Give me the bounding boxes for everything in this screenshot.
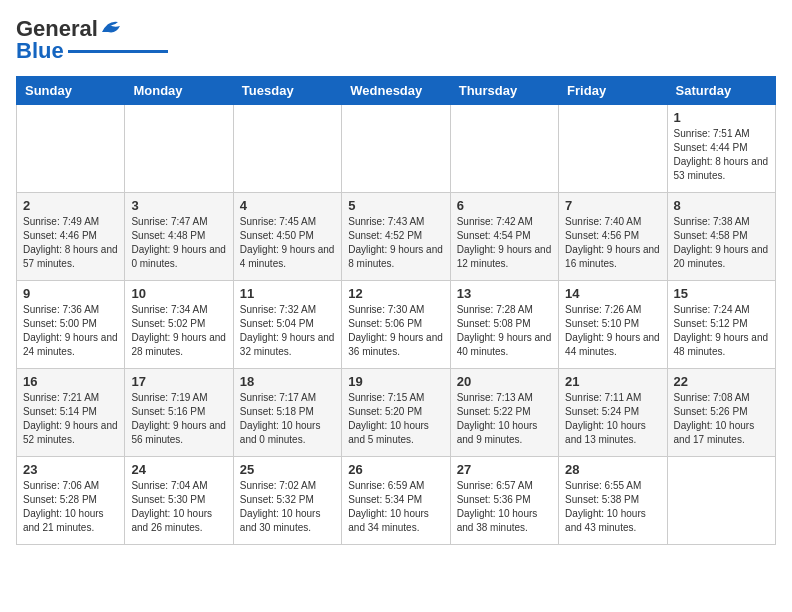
day-number: 7 [565, 198, 660, 213]
day-number: 13 [457, 286, 552, 301]
day-info: Sunrise: 6:59 AM Sunset: 5:34 PM Dayligh… [348, 479, 443, 535]
day-header-tuesday: Tuesday [233, 77, 341, 105]
day-info: Sunrise: 7:15 AM Sunset: 5:20 PM Dayligh… [348, 391, 443, 447]
calendar-cell: 16Sunrise: 7:21 AM Sunset: 5:14 PM Dayli… [17, 369, 125, 457]
day-info: Sunrise: 7:32 AM Sunset: 5:04 PM Dayligh… [240, 303, 335, 359]
day-number: 11 [240, 286, 335, 301]
calendar-cell: 15Sunrise: 7:24 AM Sunset: 5:12 PM Dayli… [667, 281, 775, 369]
day-header-sunday: Sunday [17, 77, 125, 105]
day-number: 17 [131, 374, 226, 389]
calendar-week-row: 1Sunrise: 7:51 AM Sunset: 4:44 PM Daylig… [17, 105, 776, 193]
day-info: Sunrise: 7:26 AM Sunset: 5:10 PM Dayligh… [565, 303, 660, 359]
calendar-cell: 12Sunrise: 7:30 AM Sunset: 5:06 PM Dayli… [342, 281, 450, 369]
calendar-cell [17, 105, 125, 193]
day-number: 26 [348, 462, 443, 477]
calendar-cell: 18Sunrise: 7:17 AM Sunset: 5:18 PM Dayli… [233, 369, 341, 457]
day-info: Sunrise: 7:30 AM Sunset: 5:06 PM Dayligh… [348, 303, 443, 359]
calendar-header-row: SundayMondayTuesdayWednesdayThursdayFrid… [17, 77, 776, 105]
calendar-cell: 7Sunrise: 7:40 AM Sunset: 4:56 PM Daylig… [559, 193, 667, 281]
day-number: 16 [23, 374, 118, 389]
day-number: 21 [565, 374, 660, 389]
day-info: Sunrise: 7:38 AM Sunset: 4:58 PM Dayligh… [674, 215, 769, 271]
day-number: 5 [348, 198, 443, 213]
day-info: Sunrise: 7:21 AM Sunset: 5:14 PM Dayligh… [23, 391, 118, 447]
day-info: Sunrise: 7:06 AM Sunset: 5:28 PM Dayligh… [23, 479, 118, 535]
calendar-cell: 27Sunrise: 6:57 AM Sunset: 5:36 PM Dayli… [450, 457, 558, 545]
calendar-week-row: 9Sunrise: 7:36 AM Sunset: 5:00 PM Daylig… [17, 281, 776, 369]
logo: General Blue [16, 16, 168, 64]
day-info: Sunrise: 7:45 AM Sunset: 4:50 PM Dayligh… [240, 215, 335, 271]
day-number: 4 [240, 198, 335, 213]
calendar-table: SundayMondayTuesdayWednesdayThursdayFrid… [16, 76, 776, 545]
calendar-cell: 5Sunrise: 7:43 AM Sunset: 4:52 PM Daylig… [342, 193, 450, 281]
day-number: 24 [131, 462, 226, 477]
day-number: 1 [674, 110, 769, 125]
calendar-cell: 4Sunrise: 7:45 AM Sunset: 4:50 PM Daylig… [233, 193, 341, 281]
day-info: Sunrise: 7:49 AM Sunset: 4:46 PM Dayligh… [23, 215, 118, 271]
page-header: General Blue [16, 16, 776, 64]
day-info: Sunrise: 7:17 AM Sunset: 5:18 PM Dayligh… [240, 391, 335, 447]
day-info: Sunrise: 7:11 AM Sunset: 5:24 PM Dayligh… [565, 391, 660, 447]
calendar-cell: 8Sunrise: 7:38 AM Sunset: 4:58 PM Daylig… [667, 193, 775, 281]
day-number: 3 [131, 198, 226, 213]
calendar-cell: 21Sunrise: 7:11 AM Sunset: 5:24 PM Dayli… [559, 369, 667, 457]
day-number: 6 [457, 198, 552, 213]
day-info: Sunrise: 7:51 AM Sunset: 4:44 PM Dayligh… [674, 127, 769, 183]
calendar-cell: 25Sunrise: 7:02 AM Sunset: 5:32 PM Dayli… [233, 457, 341, 545]
calendar-cell: 20Sunrise: 7:13 AM Sunset: 5:22 PM Dayli… [450, 369, 558, 457]
day-info: Sunrise: 7:24 AM Sunset: 5:12 PM Dayligh… [674, 303, 769, 359]
day-info: Sunrise: 7:36 AM Sunset: 5:00 PM Dayligh… [23, 303, 118, 359]
logo-bird-icon [100, 18, 122, 36]
day-info: Sunrise: 7:42 AM Sunset: 4:54 PM Dayligh… [457, 215, 552, 271]
calendar-cell: 9Sunrise: 7:36 AM Sunset: 5:00 PM Daylig… [17, 281, 125, 369]
day-number: 19 [348, 374, 443, 389]
calendar-cell: 2Sunrise: 7:49 AM Sunset: 4:46 PM Daylig… [17, 193, 125, 281]
calendar-cell: 28Sunrise: 6:55 AM Sunset: 5:38 PM Dayli… [559, 457, 667, 545]
day-header-friday: Friday [559, 77, 667, 105]
calendar-cell [667, 457, 775, 545]
day-number: 10 [131, 286, 226, 301]
day-info: Sunrise: 7:40 AM Sunset: 4:56 PM Dayligh… [565, 215, 660, 271]
calendar-cell: 23Sunrise: 7:06 AM Sunset: 5:28 PM Dayli… [17, 457, 125, 545]
day-number: 28 [565, 462, 660, 477]
day-info: Sunrise: 7:08 AM Sunset: 5:26 PM Dayligh… [674, 391, 769, 447]
calendar-cell: 1Sunrise: 7:51 AM Sunset: 4:44 PM Daylig… [667, 105, 775, 193]
calendar-cell [125, 105, 233, 193]
day-info: Sunrise: 7:47 AM Sunset: 4:48 PM Dayligh… [131, 215, 226, 271]
day-header-saturday: Saturday [667, 77, 775, 105]
calendar-cell: 19Sunrise: 7:15 AM Sunset: 5:20 PM Dayli… [342, 369, 450, 457]
calendar-cell: 14Sunrise: 7:26 AM Sunset: 5:10 PM Dayli… [559, 281, 667, 369]
day-info: Sunrise: 6:57 AM Sunset: 5:36 PM Dayligh… [457, 479, 552, 535]
calendar-cell [450, 105, 558, 193]
day-info: Sunrise: 7:04 AM Sunset: 5:30 PM Dayligh… [131, 479, 226, 535]
day-number: 22 [674, 374, 769, 389]
day-number: 15 [674, 286, 769, 301]
day-number: 9 [23, 286, 118, 301]
day-number: 2 [23, 198, 118, 213]
day-number: 8 [674, 198, 769, 213]
day-number: 27 [457, 462, 552, 477]
calendar-cell: 13Sunrise: 7:28 AM Sunset: 5:08 PM Dayli… [450, 281, 558, 369]
calendar-week-row: 2Sunrise: 7:49 AM Sunset: 4:46 PM Daylig… [17, 193, 776, 281]
logo-blue: Blue [16, 38, 64, 64]
day-header-monday: Monday [125, 77, 233, 105]
calendar-cell: 22Sunrise: 7:08 AM Sunset: 5:26 PM Dayli… [667, 369, 775, 457]
calendar-cell: 10Sunrise: 7:34 AM Sunset: 5:02 PM Dayli… [125, 281, 233, 369]
calendar-cell: 26Sunrise: 6:59 AM Sunset: 5:34 PM Dayli… [342, 457, 450, 545]
calendar-week-row: 16Sunrise: 7:21 AM Sunset: 5:14 PM Dayli… [17, 369, 776, 457]
day-info: Sunrise: 7:43 AM Sunset: 4:52 PM Dayligh… [348, 215, 443, 271]
day-info: Sunrise: 7:19 AM Sunset: 5:16 PM Dayligh… [131, 391, 226, 447]
calendar-cell [233, 105, 341, 193]
day-info: Sunrise: 7:13 AM Sunset: 5:22 PM Dayligh… [457, 391, 552, 447]
day-number: 20 [457, 374, 552, 389]
day-header-wednesday: Wednesday [342, 77, 450, 105]
day-number: 14 [565, 286, 660, 301]
day-info: Sunrise: 7:28 AM Sunset: 5:08 PM Dayligh… [457, 303, 552, 359]
day-number: 25 [240, 462, 335, 477]
calendar-cell: 3Sunrise: 7:47 AM Sunset: 4:48 PM Daylig… [125, 193, 233, 281]
calendar-cell: 11Sunrise: 7:32 AM Sunset: 5:04 PM Dayli… [233, 281, 341, 369]
day-header-thursday: Thursday [450, 77, 558, 105]
day-number: 23 [23, 462, 118, 477]
calendar-cell: 24Sunrise: 7:04 AM Sunset: 5:30 PM Dayli… [125, 457, 233, 545]
day-info: Sunrise: 7:02 AM Sunset: 5:32 PM Dayligh… [240, 479, 335, 535]
